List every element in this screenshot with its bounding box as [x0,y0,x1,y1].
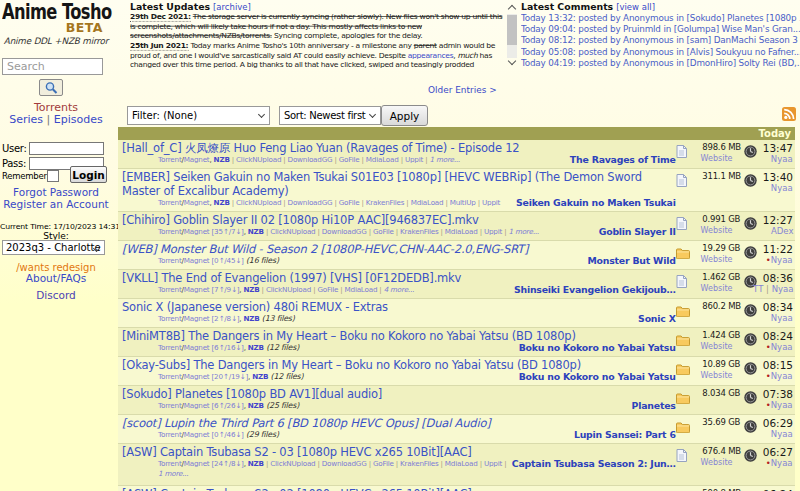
nzb-link[interactable]: NZB [248,402,264,410]
source-link[interactable]: Nyaa [771,400,793,409]
torrent-link[interactable]: Torrent [158,315,182,323]
nzb-link[interactable]: NZB [243,286,259,294]
source-link[interactable]: Nyaa [771,154,793,163]
series-link[interactable]: Captain Tsubasa Season 2: Jun… [512,459,676,468]
archive-link[interactable]: [archive] [213,2,251,11]
nzb-link[interactable]: NZB [248,228,264,236]
forgot-password-link[interactable]: Forgot Password [0,186,112,198]
comment-item[interactable]: Today 13:32: posted by Anonymous in [Sok… [521,13,800,24]
torrent-title-link[interactable]: [VKLL] The End of Evangelion (1997) [VHS… [122,271,670,285]
more-links[interactable]: 1 more... [158,469,188,477]
comment-item[interactable]: Today 08:12: posted by Anonymous in [sam… [521,35,800,46]
website-link[interactable]: Website [700,226,733,235]
torrent-title-link[interactable]: [Okay-Subs] The Dangers in My Heart – Bo… [122,358,670,372]
register-link[interactable]: Register an Account [0,198,112,210]
mirror-link[interactable]: MdiaLoad [345,286,378,294]
torrent-link[interactable]: Torrent [158,460,182,468]
mirror-link[interactable]: ClickNUpload [270,460,315,468]
mirror-link[interactable]: ClickNUpload [266,286,311,294]
nzb-link[interactable]: NZB [248,460,264,468]
torrent-title-link[interactable]: [MiniMT8B] The Dangers in My Heart – Bok… [122,329,670,343]
magnet-link[interactable]: Magnet [184,228,210,236]
magnet-link[interactable]: Magnet [184,402,210,410]
comment-item[interactable]: Today 05:08: posted by Anonymous in [Alv… [521,47,800,58]
mirror-link[interactable]: KrakenFiles [400,460,438,468]
search-button[interactable] [39,79,63,96]
mirror-link[interactable]: GoFile [339,199,360,207]
torrent-title-link[interactable]: [scoot] Lupin the Third Part 6 [BD 1080p… [122,416,670,430]
mirror-link[interactable]: MdiaLoad [445,460,478,468]
comment-item[interactable]: Today 04:19: posted by Anonymous in [Dmo… [521,58,800,69]
source-link[interactable]: Nyaa [771,313,793,322]
mirror-link[interactable]: MdiaLoad [411,199,444,207]
nzb-link[interactable]: NZB [214,199,230,207]
torrent-link[interactable]: Torrent [158,402,182,410]
mirror-link[interactable]: DownloadGG [322,460,367,468]
mirror-link[interactable]: DownloadGG [288,199,333,207]
series-link[interactable]: Monster But Wild [587,256,675,265]
magnet-link[interactable]: Magnet [184,156,210,164]
user-input[interactable] [29,142,104,155]
more-links[interactable]: 1 more... [429,156,459,164]
nzb-link[interactable]: NZB [214,156,230,164]
news-inline-link[interactable]: appearances [408,51,454,60]
torrent-title-link[interactable]: [ASW] Captain Tsubasa S2 - 03 [1080p HEV… [122,445,670,459]
magnet-link[interactable]: Magnet [184,199,210,207]
mirror-link[interactable]: Uppit [484,228,502,236]
nzb-link[interactable]: NZB [252,373,268,381]
torrent-title-link[interactable]: [Chihiro] Goblin Slayer II 02 [1080p Hi1… [122,213,670,227]
magnet-link[interactable]: Magnet [184,431,210,439]
source-link[interactable]: Nyaa [771,255,793,264]
mirror-link[interactable]: DownloadGG [322,228,367,236]
website-link[interactable]: Website [700,255,733,264]
torrent-link[interactable]: Torrent [158,431,182,439]
source-link[interactable]: Nyaa [771,342,793,351]
website-link[interactable]: Website [700,154,733,163]
rss-icon[interactable] [782,106,796,120]
torrent-title-link[interactable]: [EMBER] Seiken Gakuin no Maken Tsukai S0… [122,170,670,198]
series-link[interactable]: Boku no Kokoro no Yabai Yatsu [519,372,676,381]
series-link[interactable]: Seiken Gakuin no Maken Tsukai [516,198,676,207]
mirror-link[interactable]: GoFile [373,460,394,468]
mirror-link[interactable]: ClickNUpload [236,156,281,164]
mirror-link[interactable]: ClickNUpload [270,228,315,236]
mirror-link[interactable]: Uppit [405,156,423,164]
about-faqs-link[interactable]: About/FAQs [0,272,112,284]
style-select[interactable]: 2023q3 - Charlotte [2,240,105,255]
torrent-link[interactable]: Torrent [158,228,182,236]
magnet-link[interactable]: Magnet [184,373,210,381]
torrent-link[interactable]: Torrent [158,373,182,381]
mirror-link[interactable]: KrakenFiles [400,228,438,236]
series-link[interactable]: The Ravages of Time [570,155,676,164]
series-link[interactable]: Lupin Sansei: Part 6 [574,430,676,439]
mirror-link[interactable]: GoFile [339,156,360,164]
torrent-title-link[interactable]: [ASW] Captain Tsubasa S2 - 02 [1080p HEV… [122,487,670,491]
source-link[interactable]: Nyaa [771,458,793,467]
sidebar-item-series[interactable]: Series [9,113,43,126]
filter-select[interactable]: Filter: (None) [127,106,270,125]
mirror-link[interactable]: Uppit [484,460,502,468]
comment-item[interactable]: Today 09:04: posted by Pruinmld in [Golu… [521,24,800,35]
series-link[interactable]: Shinseiki Evangelion Gekijoub… [514,285,676,294]
website-link[interactable]: Website [700,284,733,293]
source-link[interactable]: ADex [771,226,793,235]
torrent-title-link[interactable]: [WEB] Monster But Wild - Season 2 [1080P… [122,242,670,256]
scroll-up-icon[interactable] [508,5,516,13]
view-all-link[interactable]: [view all] [616,2,655,11]
mirror-link[interactable]: DownloadGG [288,156,333,164]
mirror-link[interactable]: GoFile [373,228,394,236]
news-scrollbar[interactable] [506,2,518,68]
series-link[interactable]: Boku no Kokoro no Yabai Yatsu [519,343,676,352]
website-link[interactable]: Website [700,458,733,467]
remember-checkbox[interactable] [47,170,59,182]
apply-button[interactable]: Apply [381,105,428,126]
mirror-link[interactable]: ClickNUpload [236,199,281,207]
magnet-link[interactable]: Magnet [184,257,210,265]
torrent-link[interactable]: Torrent [158,257,182,265]
magnet-link[interactable]: Magnet [184,460,210,468]
nzb-link[interactable]: NZB [243,315,259,323]
torrent-title-link[interactable]: Sonic X (Japanese version) 480i REMUX - … [122,300,670,314]
torrent-link[interactable]: Torrent [158,286,182,294]
search-input[interactable] [2,58,103,75]
source-link[interactable]: Nyaa [771,371,793,380]
